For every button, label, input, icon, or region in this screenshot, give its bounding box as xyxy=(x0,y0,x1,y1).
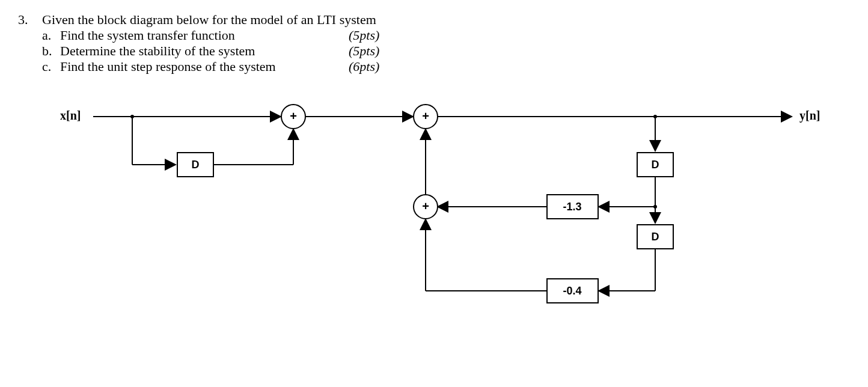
part-b-letter: b. xyxy=(42,43,60,59)
output-label: y[n] xyxy=(799,109,820,123)
part-a-pts: (5pts) xyxy=(349,28,379,43)
problem-statement: 3. Given the block diagram below for the… xyxy=(18,12,850,75)
summer-2: + xyxy=(422,109,429,123)
delay-block-output-2: D xyxy=(652,231,659,243)
problem-number: 3. xyxy=(18,12,42,28)
delay-block-input: D xyxy=(192,159,200,171)
part-b-text: Determine the stability of the system xyxy=(60,43,349,59)
part-c-pts: (6pts) xyxy=(349,59,379,75)
summer-1: + xyxy=(290,109,297,123)
gain-block-fb1: -1.3 xyxy=(563,201,581,213)
part-a-letter: a. xyxy=(42,28,60,43)
part-b-pts: (5pts) xyxy=(349,43,379,59)
gain-block-fb2: -0.4 xyxy=(563,285,581,297)
summer-3: + xyxy=(422,200,429,213)
input-label: x[n] xyxy=(60,109,81,122)
block-diagram: x[n] D + + y[n] D -1.3 D -0.4 xyxy=(54,93,848,333)
delay-block-output-1: D xyxy=(652,159,659,171)
part-a-text: Find the system transfer function xyxy=(60,28,349,43)
part-c-text: Find the unit step response of the syste… xyxy=(60,59,349,75)
problem-intro: Given the block diagram below for the mo… xyxy=(42,12,376,28)
part-c-letter: c. xyxy=(42,59,60,75)
